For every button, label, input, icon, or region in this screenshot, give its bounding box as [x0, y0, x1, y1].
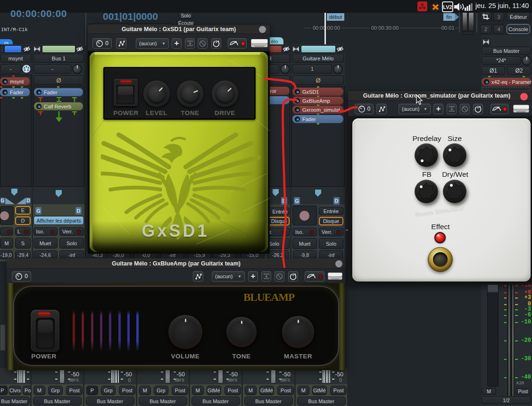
svg-text:LV2: LV2: [443, 4, 452, 10]
